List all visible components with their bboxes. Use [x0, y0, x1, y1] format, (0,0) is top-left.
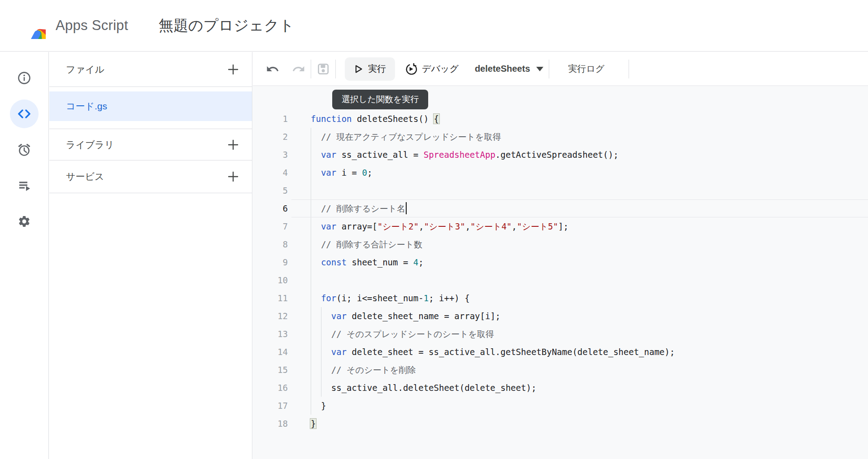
code-line-text: var delete_sheet = ss_active_all.getShee…: [311, 343, 675, 361]
header: Apps Script 無題のプロジェクト: [0, 0, 868, 52]
code-line-7[interactable]: 7 var array=["シート2","シート3","シート4","シート5"…: [253, 217, 868, 235]
code-line-12[interactable]: 12 var delete_sheet_name = array[i];: [253, 307, 868, 325]
sidebar-item-executions[interactable]: [10, 171, 39, 200]
line-number: 2: [253, 128, 288, 146]
code-line-6[interactable]: 6 // 削除するシート名: [253, 199, 868, 217]
code-line-text: var delete_sheet_name = array[i];: [311, 307, 500, 325]
line-number: 11: [253, 289, 288, 307]
text-cursor: [406, 202, 407, 214]
code-line-text: const sheet_num = 4;: [311, 253, 424, 271]
debug-icon: [405, 63, 417, 75]
function-selector-dropdown[interactable]: deleteSheets: [475, 64, 543, 74]
code-line-15[interactable]: 15 // そのシートを削除: [253, 361, 868, 379]
code-line-1[interactable]: 1function deleteSheets() {: [253, 110, 868, 128]
chevron-down-icon: [536, 67, 543, 71]
file-name: コード.gs: [66, 100, 107, 113]
code-line-9[interactable]: 9 const sheet_num = 4;: [253, 253, 868, 271]
code-area[interactable]: 1function deleteSheets() {2 // 現在アクティブなス…: [253, 110, 868, 433]
code-line-text: // そのシートを削除: [311, 361, 416, 379]
save-icon[interactable]: [317, 62, 330, 76]
line-number: 7: [253, 217, 288, 235]
project-title[interactable]: 無題のプロジェクト: [159, 16, 294, 36]
file-item-code-gs[interactable]: コード.gs: [49, 91, 252, 121]
code-line-text: // そのスプレッドシートのシートを取得: [311, 325, 494, 343]
services-section-header: サービス: [49, 160, 252, 193]
line-number: 9: [253, 253, 288, 271]
apps-script-logo: [17, 12, 46, 39]
debug-label: デバッグ: [422, 63, 459, 75]
redo-icon[interactable]: [292, 62, 305, 76]
code-line-2[interactable]: 2 // 現在アクティブなスプレッドシートを取得: [253, 128, 868, 146]
sidebar-item-overview[interactable]: [10, 64, 39, 92]
code-line-text: var i = 0;: [311, 164, 372, 182]
code-line-17[interactable]: 17 }: [253, 397, 868, 415]
line-number: 13: [253, 325, 288, 343]
add-file-button[interactable]: [226, 63, 240, 76]
code-line-18[interactable]: 18}: [253, 415, 868, 433]
code-line-text: for(i; i<=sheet_num-1; i++) {: [311, 289, 470, 307]
file-panel: ファイル コード.gs ライブラリ サービス: [49, 52, 252, 459]
line-number: 14: [253, 343, 288, 361]
add-service-button[interactable]: [226, 170, 240, 183]
debug-button[interactable]: デバッグ: [405, 63, 459, 75]
line-number: 8: [253, 235, 288, 253]
editor-toolbar: 実行 デバッグ deleteSheets 実行ログ: [253, 52, 868, 86]
sidebar-item-triggers[interactable]: [10, 135, 39, 164]
code-line-text: }: [311, 415, 316, 433]
code-line-text: var ss_active_all = SpreadsheetApp.getAc…: [311, 146, 618, 164]
code-line-10[interactable]: 10: [253, 271, 868, 289]
toolbar-divider: [311, 60, 311, 78]
files-header-label: ファイル: [66, 63, 104, 76]
libraries-label: ライブラリ: [66, 139, 114, 151]
line-number: 4: [253, 164, 288, 182]
code-line-text: // 削除するシート名: [311, 199, 407, 217]
line-number: 18: [253, 415, 288, 433]
add-library-button[interactable]: [226, 138, 240, 152]
sidebar-item-settings[interactable]: [10, 207, 39, 236]
nav-rail: [0, 52, 49, 459]
line-number: 16: [253, 379, 288, 397]
code-line-4[interactable]: 4 var i = 0;: [253, 164, 868, 182]
code-line-16[interactable]: 16 ss_active_all.deleteSheet(delete_shee…: [253, 379, 868, 397]
line-number: 1: [253, 110, 288, 128]
code-editor[interactable]: 選択した関数を実行 1function deleteSheets() {2 //…: [253, 87, 868, 459]
code-line-text: // 現在アクティブなスプレッドシートを取得: [311, 128, 501, 146]
run-tooltip: 選択した関数を実行: [332, 90, 428, 109]
code-icon: [17, 107, 31, 121]
files-section-header: ファイル: [49, 52, 252, 87]
line-number: 5: [253, 182, 288, 199]
code-line-3[interactable]: 3 var ss_active_all = SpreadsheetApp.get…: [253, 146, 868, 164]
execution-log-label: 実行ログ: [568, 64, 604, 74]
line-number: 3: [253, 146, 288, 164]
run-label: 実行: [368, 63, 386, 75]
undo-icon[interactable]: [266, 62, 279, 76]
line-number: 15: [253, 361, 288, 379]
code-line-14[interactable]: 14 var delete_sheet = ss_active_all.getS…: [253, 343, 868, 361]
line-number: 10: [253, 271, 288, 289]
code-line-text: // 削除する合計シート数: [311, 235, 422, 253]
execution-log-button[interactable]: 実行ログ: [563, 63, 610, 75]
toolbar-divider: [629, 60, 629, 78]
line-number: 6: [253, 199, 288, 217]
code-line-5[interactable]: 5: [253, 182, 868, 199]
code-line-text: }: [311, 397, 326, 415]
toolbar-divider: [549, 60, 549, 78]
run-button[interactable]: 実行: [345, 57, 395, 81]
code-line-text: ss_active_all.deleteSheet(delete_sheet);: [311, 379, 536, 397]
executions-icon: [17, 179, 31, 192]
apps-script-ide: Apps Script 無題のプロジェクト: [0, 0, 868, 459]
code-line-13[interactable]: 13 // そのスプレッドシートのシートを取得: [253, 325, 868, 343]
clock-icon: [17, 143, 31, 156]
line-number: 12: [253, 307, 288, 325]
code-line-8[interactable]: 8 // 削除する合計シート数: [253, 235, 868, 253]
selected-function-name: deleteSheets: [475, 64, 530, 74]
services-label: サービス: [66, 170, 104, 183]
code-line-text: var array=["シート2","シート3","シート4","シート5"];: [311, 217, 569, 235]
sidebar-item-editor[interactable]: [10, 100, 39, 128]
play-icon: [354, 64, 364, 74]
toolbar-divider: [335, 60, 336, 78]
code-line-text: function deleteSheets() {: [311, 110, 439, 128]
info-icon: [17, 71, 31, 85]
code-line-11[interactable]: 11 for(i; i<=sheet_num-1; i++) {: [253, 289, 868, 307]
libraries-section-header: ライブラリ: [49, 129, 252, 160]
